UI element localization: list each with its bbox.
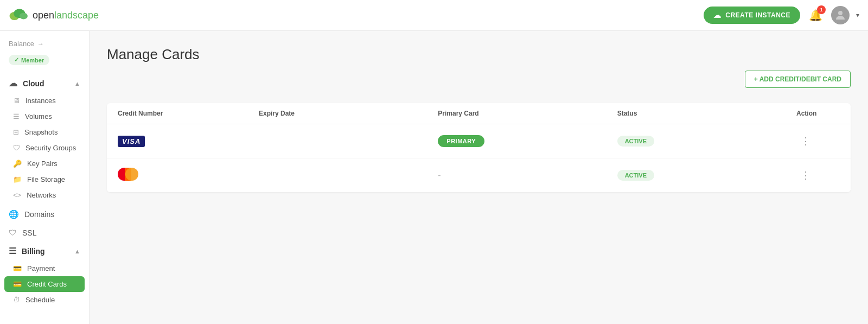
cloud-section: ☁ Cloud ▲ 🖥 Instances ☰ Volumes ⊞ Snapsh… [0, 74, 89, 203]
cloud-section-header[interactable]: ☁ Cloud ▲ [0, 74, 89, 93]
instances-label: Instances [25, 97, 56, 105]
sidebar-item-schedule[interactable]: ⏱ Schedule [0, 292, 89, 308]
schedule-label: Schedule [25, 296, 55, 304]
payment-icon: 💳 [13, 264, 22, 272]
card-brand-mastercard [118, 168, 259, 183]
billing-section-label: Billing [22, 247, 45, 256]
balance-label: Balance [9, 40, 34, 48]
user-dropdown-button[interactable]: ▾ [856, 11, 859, 19]
col-status: Status [617, 110, 796, 117]
balance-arrow-icon: → [37, 40, 44, 48]
notif-badge: 1 [817, 5, 826, 14]
table-header: Credit Number Expiry Date Primary Card S… [107, 103, 851, 124]
visa-primary-cell: PRIMARY [438, 135, 617, 147]
sidebar: Balance → ✓ Member ☁ Cloud ▲ 🖥 Instances… [0, 31, 90, 324]
security-groups-icon: 🛡 [13, 144, 20, 152]
card-table: Credit Number Expiry Date Primary Card S… [107, 103, 851, 192]
app-layout: Balance → ✓ Member ☁ Cloud ▲ 🖥 Instances… [0, 31, 868, 324]
visa-action-cell: ⋮ [796, 133, 840, 149]
header-actions: + ADD CREDIT/DEBIT CARD [107, 76, 851, 94]
add-card-button[interactable]: + ADD CREDIT/DEBIT CARD [745, 71, 851, 88]
sidebar-item-security-groups[interactable]: 🛡 Security Groups [0, 140, 89, 156]
sidebar-item-payment[interactable]: 💳 Payment [0, 261, 89, 276]
table-row: VISA PRIMARY ACTIVE ⋮ [107, 124, 851, 158]
credit-cards-label: Credit Cards [27, 280, 67, 288]
domains-label: Domains [24, 210, 54, 219]
sidebar-item-snapshots[interactable]: ⊞ Snapshots [0, 124, 89, 140]
member-badge: ✓ Member [9, 55, 49, 65]
cloud-icon: ☁ [713, 11, 722, 20]
file-storage-label: File Storage [27, 175, 65, 183]
svg-point-3 [838, 11, 843, 15]
billing-section: ☰ Billing ▲ 💳 Payment 💳 Credit Cards ⏱ S… [0, 242, 89, 308]
cloud-chevron-icon: ▲ [74, 80, 80, 87]
mc-primary-cell: - [438, 170, 617, 180]
security-groups-label: Security Groups [25, 144, 76, 152]
member-check-icon: ✓ [14, 56, 19, 63]
mc-circle-right [125, 168, 138, 181]
logo: openlandscape [9, 8, 99, 23]
billing-chevron-icon: ▲ [74, 248, 80, 255]
billing-section-icon: ☰ [9, 246, 16, 256]
volumes-label: Volumes [25, 112, 52, 120]
domains-icon: 🌐 [9, 209, 19, 219]
col-expiry-date: Expiry Date [259, 110, 438, 117]
member-label: Member [21, 57, 44, 63]
avatar-button[interactable] [831, 6, 850, 24]
sidebar-item-instances[interactable]: 🖥 Instances [0, 93, 89, 109]
sidebar-item-file-storage[interactable]: 📁 File Storage [0, 171, 89, 187]
key-pairs-icon: 🔑 [13, 160, 22, 168]
topnav-right: ☁ CREATE INSTANCE 🔔 1 ▾ [704, 6, 859, 24]
logo-text: openlandscape [33, 10, 99, 21]
networks-label: Networks [27, 191, 56, 199]
sidebar-item-volumes[interactable]: ☰ Volumes [0, 109, 89, 124]
mc-action-cell: ⋮ [796, 167, 840, 183]
topnav: openlandscape ☁ CREATE INSTANCE 🔔 1 ▾ [0, 0, 868, 31]
visa-logo: VISA [118, 136, 145, 147]
col-primary-card: Primary Card [438, 110, 617, 117]
ssl-icon: 🛡 [9, 228, 17, 237]
primary-badge: PRIMARY [438, 135, 484, 147]
volumes-icon: ☰ [13, 112, 20, 120]
sidebar-item-domains[interactable]: 🌐 Domains [0, 205, 89, 224]
sidebar-item-key-pairs[interactable]: 🔑 Key Pairs [0, 156, 89, 171]
mc-action-button[interactable]: ⋮ [796, 167, 815, 183]
mastercard-logo [118, 168, 138, 181]
schedule-icon: ⏱ [13, 296, 20, 304]
logo-icon [9, 8, 29, 23]
payment-label: Payment [27, 264, 55, 272]
sidebar-item-ssl[interactable]: 🛡 SSL [0, 224, 89, 242]
main-content: Manage Cards + ADD CREDIT/DEBIT CARD Cre… [90, 31, 868, 324]
notifications-button[interactable]: 🔔 1 [807, 7, 825, 24]
credit-cards-icon: 💳 [13, 280, 22, 288]
svg-point-2 [20, 12, 28, 19]
ssl-label: SSL [22, 228, 36, 237]
mc-status-badge: ACTIVE [617, 170, 654, 181]
snapshots-icon: ⊞ [13, 128, 19, 136]
cloud-section-icon: ☁ [9, 79, 17, 88]
card-brand-visa: VISA [118, 136, 259, 147]
cloud-section-label: Cloud [23, 79, 44, 88]
snapshots-label: Snapshots [24, 128, 58, 136]
mc-status-cell: ACTIVE [617, 170, 796, 181]
create-instance-label: CREATE INSTANCE [725, 11, 790, 19]
add-card-label: + ADD CREDIT/DEBIT CARD [754, 75, 841, 83]
page-title: Manage Cards [107, 46, 851, 63]
visa-status-badge: ACTIVE [617, 136, 654, 147]
visa-action-button[interactable]: ⋮ [796, 133, 815, 149]
billing-section-header[interactable]: ☰ Billing ▲ [0, 242, 89, 261]
sidebar-item-networks[interactable]: <> Networks [0, 187, 89, 203]
table-row: - ACTIVE ⋮ [107, 158, 851, 192]
key-pairs-label: Key Pairs [27, 160, 58, 168]
avatar-icon [834, 9, 847, 22]
file-storage-icon: 📁 [13, 175, 22, 183]
visa-status-cell: ACTIVE [617, 136, 796, 147]
sidebar-balance[interactable]: Balance → [0, 40, 89, 54]
networks-icon: <> [13, 191, 21, 199]
sidebar-item-credit-cards[interactable]: 💳 Credit Cards [4, 276, 85, 292]
instances-icon: 🖥 [13, 97, 20, 105]
col-action: Action [796, 110, 840, 117]
create-instance-button[interactable]: ☁ CREATE INSTANCE [704, 7, 800, 24]
col-credit-number: Credit Number [118, 110, 259, 117]
